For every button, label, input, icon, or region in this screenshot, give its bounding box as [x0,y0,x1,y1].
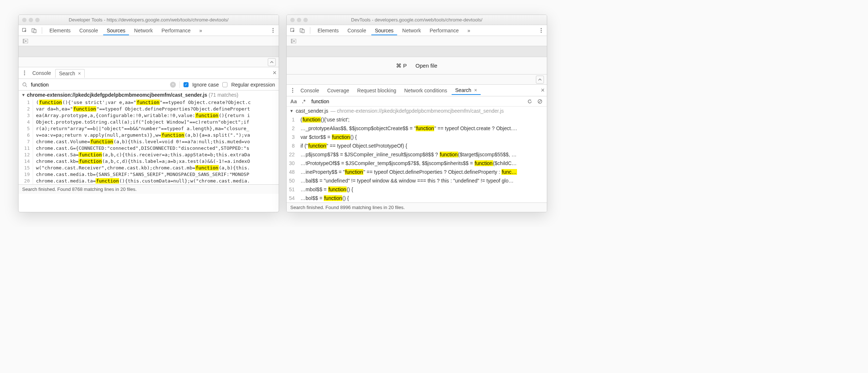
match-case-toggle[interactable]: Aa [290,97,298,105]
line-number: 4 [19,119,33,125]
tab-network[interactable]: Network [130,26,156,35]
line-code: (function(){'use strict'; [298,115,350,124]
disclosure-triangle-icon[interactable]: ▼ [21,93,25,97]
svg-point-5 [23,83,26,86]
device-toggle-icon[interactable] [298,27,306,35]
line-code: chrome.cast.Sa=function(a,b,c){this.rece… [33,152,250,158]
minimize-light[interactable] [297,18,301,22]
sources-navigator-bar [287,36,547,46]
result-line[interactable]: 8if ("function" == typeof Object.setProt… [287,141,547,150]
result-line[interactable]: 51…mbol$$ = function() { [287,185,547,194]
drawer-tab-console[interactable]: Console [29,69,54,77]
result-line[interactable]: 6v=oa:v=pa;return v.apply(null,arguments… [19,132,279,139]
traffic-lights[interactable] [22,18,40,22]
tab-overflow[interactable]: » [464,26,474,35]
main-menu-button[interactable] [269,28,276,33]
show-navigator-icon[interactable] [21,37,29,45]
drawer-tab-search[interactable]: Search × [452,86,481,95]
tab-performance[interactable]: Performance [158,26,194,35]
status-bar: Search finished. Found 8996 matching lin… [287,202,547,212]
tab-sources[interactable]: Sources [103,26,129,35]
result-line[interactable]: 22…p$jscomp$7$$ = $JSCompiler_inline_res… [287,150,547,159]
result-line[interactable]: 2var da=h,ea="function"==typeof Object.d… [19,106,279,112]
tab-elements[interactable]: Elements [46,26,74,35]
result-line[interactable]: 20chrome.cast.media.ta=function(){this.c… [19,178,279,184]
inspect-icon[interactable] [21,27,29,35]
tab-sources[interactable]: Sources [371,26,397,35]
result-line[interactable]: 5r(a);return"array"==b||"object"==b&&"nu… [19,125,279,132]
result-file-header[interactable]: ▼ cast_sender.js — chrome-extension://pk… [287,107,547,115]
regex-toggle[interactable]: .* [300,97,308,105]
drawer-tab-coverage[interactable]: Coverage [323,86,353,95]
close-light[interactable] [22,18,27,22]
disclosure-triangle-icon[interactable]: ▼ [290,109,294,113]
tab-elements[interactable]: Elements [314,26,342,35]
line-code: …mbol$$ = function() { [298,185,353,194]
clear-search-icon[interactable] [536,97,544,105]
line-code: w("chrome.cast.Receiver",chrome.cast.kb)… [33,165,250,171]
result-line[interactable]: 1(function(){'use strict'; [287,115,547,124]
tab-console[interactable]: Console [344,26,370,35]
result-line[interactable]: 54…bol$$ = function() { [287,194,547,202]
tab-performance[interactable]: Performance [426,26,462,35]
close-search-tab-icon[interactable]: × [77,71,81,76]
result-line[interactable]: 4Object.prototype.toString.call(a);if("[… [19,119,279,125]
drawer-tab-console[interactable]: Console [297,86,323,95]
result-line[interactable]: 14chrome.cast.kb=function(a,b,c,d){this.… [19,158,279,165]
traffic-lights[interactable] [290,18,308,22]
result-line[interactable]: 15w("chrome.cast.Receiver",chrome.cast.k… [19,165,279,171]
tab-console[interactable]: Console [76,26,101,35]
line-number: 1 [287,115,298,124]
result-line[interactable]: 1(function(){'use strict';var e,aa="func… [19,99,279,106]
tab-overflow[interactable]: » [196,26,206,35]
drawer-menu-button[interactable] [289,88,296,93]
result-line[interactable]: 50…bal$$ = "undefined" != typeof window … [287,176,547,185]
sources-navigator-bar [19,36,279,46]
zoom-light[interactable] [35,18,40,22]
result-line[interactable]: 48…ineProperty$$ = "function" == typeof … [287,168,547,176]
ignore-case-checkbox[interactable] [183,82,189,87]
close-search-tab-icon[interactable]: × [473,87,477,93]
drawer-tab-search[interactable]: Search × [55,69,84,78]
device-toggle-icon[interactable] [30,27,38,35]
result-line[interactable]: 7chrome.cast.Volume=function(a,b){this.l… [19,139,279,145]
show-navigator-icon[interactable] [290,37,298,45]
result-line[interactable]: 3ea(Array.prototype,a,{configurable:!0,w… [19,112,279,119]
result-line[interactable]: 11chrome.cast.G={CONNECTED:"connected",D… [19,145,279,152]
result-file-header[interactable]: ▼ chrome-extension://pkedcjkdefgpdelpbcm… [19,91,279,99]
close-light[interactable] [290,18,295,22]
line-number: 50 [287,176,298,185]
source-actions-bar [287,75,547,85]
refresh-search-icon[interactable] [526,97,534,105]
regex-label[interactable]: Regular expression [231,82,275,88]
minimize-light[interactable] [29,18,33,22]
drawer-tab-request-blocking[interactable]: Request blocking [354,86,400,95]
close-drawer-icon[interactable]: × [541,87,545,94]
search-input[interactable] [310,99,524,104]
result-line[interactable]: 12chrome.cast.Sa=function(a,b,c){this.re… [19,152,279,158]
tab-network[interactable]: Network [399,26,424,35]
regex-checkbox[interactable] [222,82,227,87]
status-text: Search finished. Found 8768 matching lin… [22,186,137,192]
drawer-menu-button[interactable] [21,71,28,75]
main-menu-button[interactable] [537,28,545,33]
show-drawer-icon[interactable] [536,76,544,84]
titlebar[interactable]: Developer Tools - https://developers.goo… [19,15,279,25]
inspect-icon[interactable] [289,27,297,35]
result-line[interactable]: 3var $ctor$$ = function() { [287,133,547,141]
ignore-case-label[interactable]: Ignore case [192,82,219,88]
titlebar[interactable]: DevTools - developers.google.com/web/too… [287,15,547,25]
svg-rect-2 [34,29,36,33]
zoom-light[interactable] [303,18,308,22]
search-input[interactable] [31,82,166,88]
clear-search-icon[interactable]: × [170,82,176,88]
result-line[interactable]: 30…tPrototypeOf$$ = $JSCompiler_temp$jsc… [287,159,547,168]
search-results-list: 1(function(){'use strict';2…_prototypeAl… [287,115,547,202]
open-file-prompt[interactable]: ⌘ P Open file [287,57,547,75]
show-drawer-icon[interactable] [268,58,276,66]
drawer-tab-network-conditions[interactable]: Network conditions [400,86,451,95]
result-line[interactable]: 19chrome.cast.media.tb={SANS_SERIF:"SANS… [19,171,279,178]
result-line[interactable]: 2…_prototypeAlias$$, $$jscomp$objectCrea… [287,124,547,133]
line-code: …p$jscomp$7$$ = $JSCompiler_inline_resul… [298,150,517,159]
close-drawer-icon[interactable]: × [272,69,276,77]
